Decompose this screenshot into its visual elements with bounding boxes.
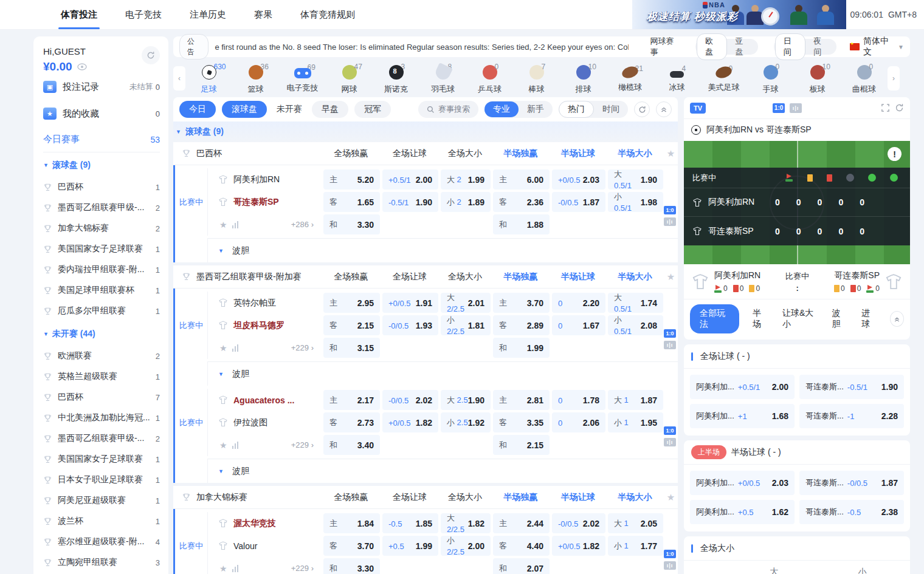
odds-cell[interactable]: -0/0.51.93	[382, 315, 438, 335]
stats-icon[interactable]	[232, 221, 239, 228]
handicap-bet-cell[interactable]: 阿美利加...+11.68	[690, 404, 795, 428]
odds-cell[interactable]: +0/0.51.91	[382, 293, 438, 313]
odds-cell[interactable]: 大 0.5/11.90	[608, 169, 663, 190]
nba-promo-banner[interactable]: NBA 极速结算 秒级派彩	[632, 0, 846, 29]
search-input[interactable]: 赛事搜索	[418, 101, 478, 118]
tracker-icon[interactable]: ı|ı	[664, 217, 676, 226]
odds-cell[interactable]: 和2.15	[493, 435, 550, 455]
column-header[interactable]: 全场独赢	[322, 148, 381, 159]
sport-tab-网球[interactable]: 47网球	[326, 63, 373, 95]
team-name-cell[interactable]: Valour	[208, 541, 322, 551]
odds-cell[interactable]: 客2.36	[493, 192, 550, 212]
mode-toggle-专业[interactable]: 专业	[484, 101, 519, 117]
league-title[interactable]: 加拿大锦标赛	[173, 492, 322, 503]
sort-toggle-时间[interactable]: 时间	[594, 101, 628, 117]
sport-tab-橄榄球[interactable]: 21橄榄球	[607, 64, 653, 93]
column-header[interactable]: 全场大小	[439, 148, 491, 159]
sidebar-league-item[interactable]: 英格兰超级联赛1	[43, 366, 160, 387]
column-header[interactable]: 半场独赢	[491, 148, 550, 159]
odds-cell[interactable]: +0/0.51.82	[382, 412, 438, 432]
tv-tab[interactable]: TV	[690, 103, 706, 114]
column-header[interactable]: 半场让球	[550, 148, 606, 159]
odds-cell[interactable]: 02.06	[552, 412, 605, 432]
sport-tab-曲棍球[interactable]: 0曲棍球	[841, 63, 888, 95]
filter-tab-今日[interactable]: 今日	[179, 101, 216, 118]
nav-item-注单历史[interactable]: 注单历史	[190, 0, 226, 29]
collapse-panel-button[interactable]	[890, 311, 904, 327]
column-header[interactable]: 半场大小	[606, 148, 664, 159]
column-header[interactable]: 全场大小	[439, 272, 491, 282]
odds-cell[interactable]: 主3.70	[493, 293, 550, 313]
odds-cell[interactable]: 主2.81	[493, 390, 550, 410]
nav-item-电子竞技[interactable]: 电子竞技	[125, 0, 162, 29]
filter-tab-冠军[interactable]: 冠军	[354, 101, 391, 118]
odds-cell[interactable]: -0/0.51.87	[552, 192, 605, 212]
stats-icon[interactable]	[232, 344, 239, 352]
odds-cell[interactable]: 客2.89	[493, 315, 550, 335]
odds-cell[interactable]: 小 0.5/12.08	[608, 315, 663, 335]
odds-cell[interactable]: 小 0.5/11.98	[608, 192, 663, 212]
sidebar-league-item[interactable]: 巴西杯7	[43, 387, 160, 408]
odds-cell[interactable]: 客3.70	[323, 536, 380, 556]
sport-tab-冰球[interactable]: 4冰球	[653, 64, 700, 93]
odds-cell[interactable]: 大 12.05	[608, 513, 663, 533]
stats-icon[interactable]	[232, 442, 239, 449]
correct-score-expander[interactable]: ▼波胆	[207, 361, 678, 386]
sidebar-league-item[interactable]: 阿美尼亚超级联赛1	[43, 490, 160, 511]
refresh-balance-button[interactable]	[142, 46, 160, 64]
favorite-star-icon[interactable]: ★	[664, 148, 678, 159]
sport-tab-足球[interactable]: 630足球	[185, 63, 232, 95]
sport-tab-棒球[interactable]: 7棒球	[513, 63, 560, 95]
more-markets-link[interactable]: +229 ›	[291, 564, 314, 573]
sidebar-item-today-matches[interactable]: 今日赛事 53	[43, 127, 160, 152]
team-name-cell[interactable]: 阿美利加RN	[208, 174, 322, 185]
stats-icon[interactable]	[232, 565, 239, 572]
favorite-star-icon[interactable]: ★	[664, 492, 678, 503]
sidebar-league-item[interactable]: 加拿大锦标赛2	[43, 218, 160, 239]
bet-tab-半场[interactable]: 半场	[751, 304, 769, 333]
column-header[interactable]: 全场让球	[381, 272, 439, 282]
scroll-right-button[interactable]: ›	[888, 66, 900, 91]
team-name-cell[interactable]: Aguacateros ...	[208, 395, 322, 405]
nav-item-赛果[interactable]: 赛果	[254, 0, 272, 29]
nav-item-体育投注[interactable]: 体育投注	[61, 0, 97, 29]
odds-cell[interactable]: 大 2.51.90	[441, 390, 491, 410]
sidebar-group-滚球盘[interactable]: ▼滚球盘 (9)	[43, 154, 160, 177]
odds-cell[interactable]: 小 11.95	[608, 412, 663, 432]
toggle-夜间[interactable]: 夜间	[805, 34, 835, 60]
odds-cell[interactable]: -0.5/11.90	[382, 192, 438, 212]
bet-tab-进球[interactable]: 进球	[860, 304, 878, 333]
sidebar-league-item[interactable]: 波兰杯1	[43, 511, 160, 531]
odds-cell[interactable]: 大 2/2.51.82	[441, 513, 491, 533]
sport-tab-斯诺克[interactable]: 3斯诺克	[373, 63, 419, 95]
toggle-欧盘[interactable]: 欧盘	[697, 33, 727, 60]
more-markets-link[interactable]: +229 ›	[291, 343, 314, 352]
announcement-next[interactable]: 网球赛事	[650, 36, 680, 58]
odds-cell[interactable]: 和3.30	[323, 214, 380, 234]
bet-tab-波胆[interactable]: 波胆	[831, 304, 849, 333]
handicap-bet-cell[interactable]: 哥连泰斯...-0.5/11.90	[799, 375, 904, 399]
odds-cell[interactable]: 客4.40	[493, 536, 550, 556]
more-markets-link[interactable]: +286 ›	[291, 220, 314, 229]
sport-tab-乒乓球[interactable]: 0乒乓球	[466, 63, 513, 95]
sidebar-league-item[interactable]: 美国国家女子足球联赛1	[43, 239, 160, 259]
bet-tab-让球&大小[interactable]: 让球&大小	[781, 304, 819, 333]
odds-cell[interactable]: 和1.99	[493, 338, 550, 358]
sport-tab-羽毛球[interactable]: 8羽毛球	[419, 63, 466, 95]
odds-cell[interactable]: 主2.44	[493, 513, 550, 533]
odds-cell[interactable]: 客2.15	[323, 315, 380, 335]
favorite-star-icon[interactable]: ★	[219, 564, 227, 573]
sidebar-league-item[interactable]: 日本女子职业足球联赛1	[43, 470, 160, 490]
column-header[interactable]: 半场大小	[606, 492, 664, 503]
mode-toggle-新手[interactable]: 新手	[519, 101, 553, 117]
alert-icon[interactable]: !	[888, 147, 902, 161]
nav-item-体育竞猜规则[interactable]: 体育竞猜规则	[300, 0, 355, 29]
sport-tab-篮球[interactable]: 36篮球	[232, 63, 279, 95]
toggle-日间[interactable]: 日间	[775, 33, 805, 60]
handicap-bet-cell[interactable]: 阿美利加...+0.5/12.00	[690, 375, 795, 399]
league-title[interactable]: 巴西杯	[173, 148, 322, 159]
odds-cell[interactable]: 和3.30	[323, 558, 380, 574]
odds-cell[interactable]: 主2.95	[323, 293, 380, 313]
odds-cell[interactable]: 主5.20	[323, 169, 380, 190]
odds-cell[interactable]: +0/0.51.82	[552, 536, 605, 556]
